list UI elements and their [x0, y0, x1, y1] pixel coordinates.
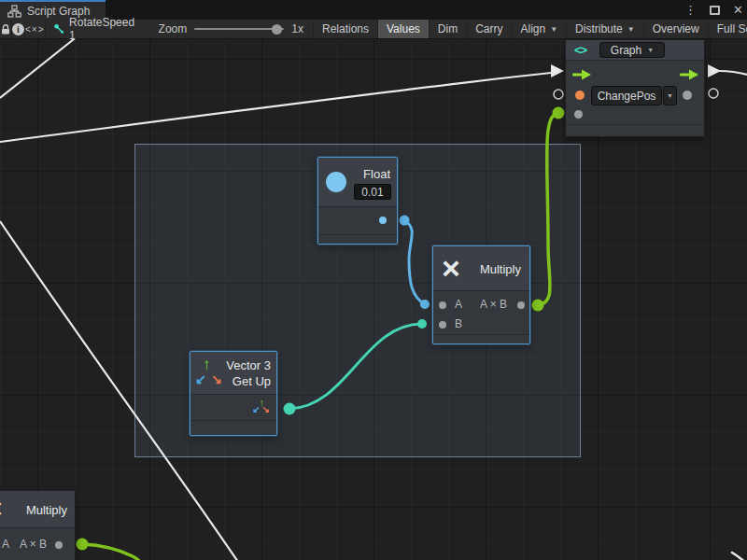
- button-label: Distribute: [575, 22, 623, 35]
- port-label-axb: A × B: [20, 538, 47, 551]
- variable-name-dropdown[interactable]: ChangePos: [591, 86, 662, 105]
- chevron-down-icon: ▼: [627, 25, 635, 34]
- graph-dropdown[interactable]: Graph ▼: [599, 42, 665, 58]
- code-view-button[interactable]: <×>: [25, 20, 46, 38]
- port-label-b: B: [455, 317, 462, 330]
- code-brackets-icon: <>: [574, 43, 586, 57]
- vector3-output-port-downleft: ↙: [253, 405, 261, 414]
- lock-button[interactable]: [0, 20, 12, 38]
- float-value: 0.01: [361, 186, 383, 199]
- value-input-port[interactable]: [574, 110, 583, 119]
- multiply-icon: ×: [0, 495, 3, 523]
- script-asset-icon: [53, 22, 65, 35]
- graph-hierarchy-icon: [7, 5, 21, 18]
- node-graph-unit[interactable]: <> Graph ▼ ChangePos ▼: [565, 39, 705, 137]
- port-label-a: A: [2, 538, 9, 551]
- chevron-down-icon: ▼: [550, 25, 557, 34]
- zoom-control: Zoom 1x: [146, 20, 314, 38]
- window-controls: ⋮ ✕: [684, 0, 743, 20]
- info-button[interactable]: i: [12, 20, 25, 38]
- input-port-a[interactable]: [439, 301, 446, 309]
- zoom-value: 1x: [291, 22, 303, 35]
- node-float[interactable]: Float 0.01: [317, 157, 398, 245]
- button-label: Align: [520, 22, 545, 35]
- chevron-down-icon: ▼: [667, 92, 673, 99]
- toolbar-button-values[interactable]: Values: [378, 20, 430, 38]
- port-label-axb: A × B: [480, 298, 507, 311]
- script-graph-window: <> Graph ▼ ChangePos ▼: [0, 0, 747, 560]
- float-value-field[interactable]: 0.01: [354, 184, 391, 200]
- button-label: Carry: [475, 22, 502, 35]
- output-port-axb[interactable]: [517, 301, 525, 309]
- graph-dropdown-label: Graph: [611, 44, 641, 57]
- multiply-icon: ×: [442, 252, 460, 284]
- window-maximize-button[interactable]: [710, 6, 720, 15]
- float-circle-icon: [326, 172, 346, 192]
- toolbar-button-distribute[interactable]: Distribute ▼: [567, 20, 644, 38]
- node-multiply-2[interactable]: × Multiply A A × B: [0, 490, 76, 560]
- flow-output-arrow-icon[interactable]: [680, 69, 698, 80]
- window-menu-button[interactable]: ⋮: [684, 4, 697, 16]
- lock-icon: [0, 23, 11, 35]
- window-close-button[interactable]: ✕: [733, 4, 743, 16]
- output-port-axb[interactable]: [55, 541, 63, 549]
- node-vector3-getup[interactable]: ↑ ↙ ↘ Vector 3 Get Up ↑ ↙ ↘: [190, 351, 277, 436]
- node-title: Multiply: [480, 262, 521, 276]
- input-port-b[interactable]: [439, 321, 446, 329]
- button-label: Overview: [653, 22, 699, 35]
- vector3-downleft-arrow-icon: ↙: [195, 372, 206, 385]
- zoom-label: Zoom: [159, 22, 188, 35]
- zoom-slider-track: [194, 28, 284, 30]
- node-multiply[interactable]: × Multiply A A × B B: [432, 245, 530, 344]
- info-icon: i: [12, 23, 24, 35]
- node-title: Multiply: [26, 503, 67, 517]
- toolbar-button-align[interactable]: Align ▼: [512, 20, 567, 38]
- toolbar-button-carry[interactable]: Carry: [467, 20, 512, 38]
- button-label: Values: [387, 22, 420, 35]
- port-label-a: A: [455, 298, 462, 311]
- variable-caret-button[interactable]: ▼: [663, 86, 677, 105]
- vector3-up-arrow-icon: ↑: [203, 357, 211, 372]
- zoom-slider[interactable]: [194, 23, 284, 35]
- float-output-port[interactable]: [379, 217, 387, 224]
- vector3-downright-arrow-icon: ↘: [211, 372, 222, 385]
- chevron-down-icon: ▼: [647, 47, 654, 53]
- code-view-icon: <×>: [25, 24, 45, 35]
- node-type-label: Vector 3: [226, 358, 271, 372]
- node-title: Float: [363, 167, 390, 181]
- node-title: Get Up: [233, 374, 271, 388]
- variable-port[interactable]: [575, 91, 585, 100]
- toolbar: i <×> RotateSpeed 1 Zoom 1x Relations Va…: [0, 20, 747, 39]
- button-label: Relations: [322, 22, 369, 35]
- toolbar-button-fullscreen[interactable]: Full Screen: [709, 20, 747, 38]
- button-label: Full Screen: [717, 22, 747, 35]
- button-label: Dim: [438, 22, 458, 35]
- zoom-slider-handle[interactable]: [272, 24, 282, 35]
- toolbar-button-overview[interactable]: Overview: [644, 20, 709, 38]
- vector3-output-port-downright: ↘: [262, 405, 270, 414]
- graph-reference-breadcrumb[interactable]: RotateSpeed 1: [46, 20, 146, 38]
- graph-reference-label: RotateSpeed 1: [69, 16, 136, 42]
- flow-input-arrow-icon[interactable]: [572, 69, 591, 80]
- toolbar-button-dim[interactable]: Dim: [430, 20, 467, 38]
- value-output-port[interactable]: [683, 91, 692, 100]
- variable-name-label: ChangePos: [598, 90, 656, 103]
- toolbar-button-relations[interactable]: Relations: [314, 20, 378, 38]
